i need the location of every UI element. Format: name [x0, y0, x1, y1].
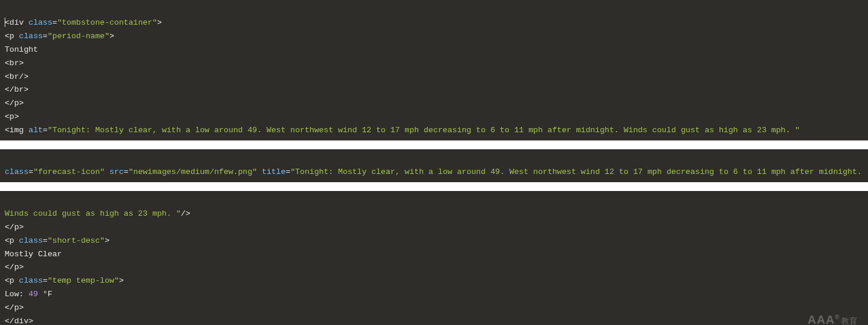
code-line: </p>: [5, 303, 24, 312]
code-line: </p>: [5, 263, 24, 272]
code-line: class="forecast-icon" src="newimages/med…: [5, 167, 862, 176]
code-line: <br>: [5, 59, 24, 68]
attr-value: "tombstone-container": [57, 18, 157, 27]
number-literal: 49: [29, 290, 38, 299]
code-block-2[interactable]: class="forecast-icon" src="newimages/med…: [0, 149, 868, 182]
code-line: Mostly Clear: [5, 250, 62, 259]
text-content: Tonight: [5, 45, 38, 54]
code-line: Tonight: [5, 45, 38, 54]
code-line: <p class="short-desc">: [5, 236, 109, 245]
code-line: </p>: [5, 223, 24, 232]
code-line: <img alt="Tonight: Mostly clear, with a …: [5, 126, 800, 135]
code-line: <p>: [5, 112, 19, 121]
block-gap: [0, 140, 868, 149]
code-block-1[interactable]: <div class="tombstone-container"> <p cla…: [0, 0, 868, 140]
code-line: <div class="tombstone-container">: [5, 18, 162, 27]
code-line: Low: 49 °F: [5, 290, 52, 299]
code-line: </p>: [5, 99, 24, 108]
code-line: </div>: [5, 317, 33, 325]
code-line: </br>: [5, 85, 29, 94]
editor-root: <div class="tombstone-container"> <p cla…: [0, 0, 868, 325]
tag-name: div: [9, 18, 24, 27]
code-line: <br/>: [5, 72, 29, 81]
code-block-3[interactable]: Winds could gust as high as 23 mph. "/> …: [0, 191, 868, 325]
code-line: <p class="period-name">: [5, 32, 114, 41]
punct: <: [5, 18, 9, 27]
attr-name: class: [29, 18, 53, 27]
code-line: Winds could gust as high as 23 mph. "/>: [5, 209, 190, 218]
code-line: <p class="temp temp-low">: [5, 276, 124, 285]
block-gap: [0, 182, 868, 191]
